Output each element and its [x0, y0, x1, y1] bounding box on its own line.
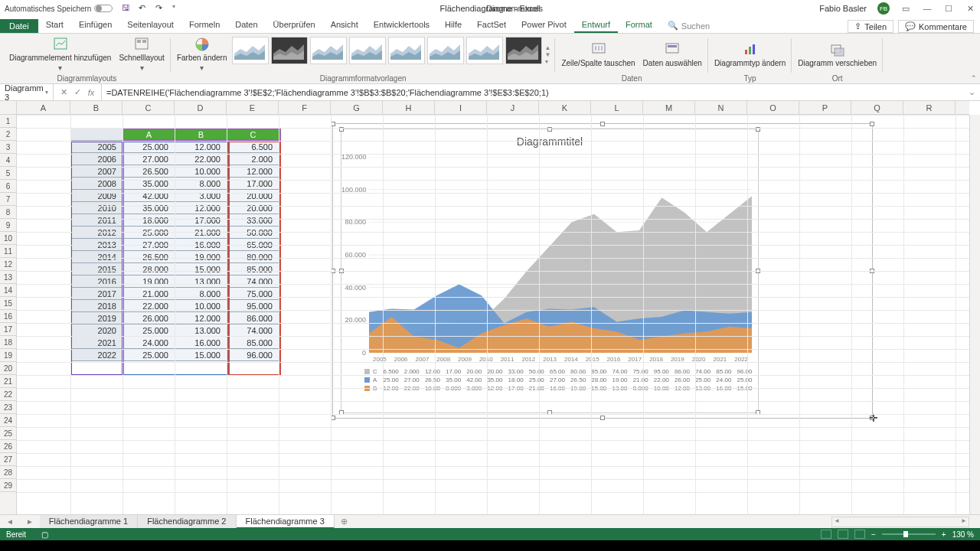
autosave-toggle[interactable]: Automatisches Speichern	[5, 5, 113, 13]
row-header[interactable]: 11	[0, 245, 16, 258]
col-header[interactable]: B	[70, 101, 122, 114]
select-data-button[interactable]: Daten auswählen	[640, 35, 705, 73]
resize-handle[interactable]	[870, 122, 874, 126]
save-icon[interactable]: 🖫	[122, 3, 132, 14]
move-chart-button[interactable]: Diagramm verschieben	[795, 35, 880, 73]
row-header[interactable]: 8	[0, 206, 16, 219]
row-header[interactable]: 14	[0, 284, 16, 297]
col-header[interactable]: F	[279, 101, 331, 114]
ribbon-display-icon[interactable]: ▭	[900, 3, 911, 14]
chart-style-thumb[interactable]	[349, 37, 386, 64]
change-colors-button[interactable]: Farben ändern▾	[174, 35, 230, 73]
col-header[interactable]: R	[903, 101, 956, 114]
row-header[interactable]: 28	[0, 466, 16, 479]
col-header[interactable]: E	[227, 101, 279, 114]
redo-icon[interactable]: ↷	[155, 3, 166, 14]
resize-handle[interactable]	[600, 416, 605, 420]
row-header[interactable]: 9	[0, 219, 16, 232]
zoom-slider[interactable]	[882, 533, 936, 535]
page-layout-view-icon[interactable]	[838, 530, 848, 539]
enter-formula-icon[interactable]: ✓	[72, 87, 83, 97]
cells-area[interactable]: ABC200525.00012.0006.500200627.00022.000…	[17, 115, 969, 517]
macro-record-icon[interactable]: ▢	[41, 530, 48, 539]
row-header[interactable]: 12	[0, 258, 16, 271]
horizontal-scrollbar[interactable]	[831, 517, 969, 527]
tab-daten[interactable]: Daten	[227, 18, 265, 33]
row-header[interactable]: 5	[0, 167, 16, 180]
search-box[interactable]: 🔍 Suchen	[660, 18, 717, 33]
user-avatar[interactable]: FB	[877, 2, 890, 15]
chart-style-thumb[interactable]	[427, 37, 464, 64]
vertical-scrollbar[interactable]	[969, 115, 980, 517]
close-icon[interactable]: ✕	[965, 3, 975, 14]
row-header[interactable]: 16	[0, 310, 16, 323]
tab-power pivot[interactable]: Power Pivot	[514, 18, 574, 33]
col-header[interactable]: M	[643, 101, 695, 114]
page-break-view-icon[interactable]	[854, 530, 865, 539]
chart-style-thumb[interactable]	[271, 37, 308, 64]
tab-format[interactable]: Format	[618, 18, 660, 33]
zoom-in-icon[interactable]: +	[942, 530, 946, 539]
zoom-out-icon[interactable]: −	[871, 530, 876, 539]
gallery-more-icon[interactable]: ▾	[545, 58, 551, 65]
chart-style-thumb[interactable]	[466, 37, 503, 64]
change-chart-type-button[interactable]: Diagrammtyp ändern	[711, 35, 789, 73]
row-header[interactable]: 13	[0, 271, 16, 284]
minimize-icon[interactable]: —	[922, 3, 933, 14]
row-header[interactable]: 3	[0, 141, 16, 154]
cancel-formula-icon[interactable]: ✕	[58, 87, 69, 97]
tab-start[interactable]: Start	[38, 18, 71, 33]
col-header[interactable]: L	[591, 101, 643, 114]
tab-file[interactable]: Datei	[0, 19, 38, 33]
row-header[interactable]: 20	[0, 362, 16, 375]
row-header[interactable]: 2	[0, 128, 16, 141]
sheet-tab[interactable]: Flächendiagramme 3	[237, 515, 335, 529]
tab-factset[interactable]: FactSet	[469, 18, 514, 33]
col-header[interactable]: I	[435, 101, 487, 114]
row-header[interactable]: 17	[0, 323, 16, 336]
row-header[interactable]: 24	[0, 414, 16, 427]
add-sheet-button[interactable]: ⊕	[335, 517, 354, 527]
row-header[interactable]: 18	[0, 336, 16, 349]
row-header[interactable]: 6	[0, 180, 16, 193]
qat-dropdown-icon[interactable]: ▾	[172, 3, 183, 14]
user-name[interactable]: Fabio Basler	[819, 4, 867, 13]
row-header[interactable]: 23	[0, 401, 16, 414]
comments-button[interactable]: 💬Kommentare	[898, 20, 974, 33]
sheet-nav-next-icon[interactable]: ►	[20, 517, 40, 526]
col-header[interactable]: N	[695, 101, 747, 114]
collapse-ribbon-icon[interactable]: ⌃	[971, 74, 977, 82]
expand-formula-icon[interactable]: ⌄	[964, 87, 980, 97]
row-header[interactable]: 27	[0, 453, 16, 466]
col-header[interactable]: C	[122, 101, 175, 114]
tab-entwicklertools[interactable]: Entwicklertools	[366, 18, 437, 33]
resize-handle[interactable]	[600, 122, 605, 126]
sheet-tab[interactable]: Flächendiagramme 2	[138, 515, 236, 529]
normal-view-icon[interactable]	[821, 530, 831, 539]
select-all-corner[interactable]	[0, 101, 17, 115]
row-header[interactable]: 29	[0, 479, 16, 492]
row-header[interactable]: 19	[0, 349, 16, 362]
row-header[interactable]: 22	[0, 388, 16, 401]
chart-style-thumb[interactable]	[310, 37, 347, 64]
col-header[interactable]: P	[799, 101, 851, 114]
row-header[interactable]: 21	[0, 375, 16, 388]
row-header[interactable]: 4	[0, 154, 16, 167]
row-header[interactable]: 15	[0, 297, 16, 310]
gallery-up-icon[interactable]: ▲	[545, 44, 551, 51]
col-header[interactable]: J	[487, 101, 539, 114]
tab-ansicht[interactable]: Ansicht	[323, 18, 366, 33]
col-header[interactable]: Q	[851, 101, 903, 114]
tab-überprüfen[interactable]: Überprüfen	[266, 18, 323, 33]
tab-entwurf[interactable]: Entwurf	[574, 18, 618, 33]
col-header[interactable]: K	[539, 101, 591, 114]
add-chart-element-button[interactable]: Diagrammelement hinzufügen▾	[6, 35, 114, 73]
col-header[interactable]: A	[17, 101, 70, 114]
share-button[interactable]: ⇪Teilen	[848, 20, 893, 33]
row-headers[interactable]: 1234567891011121314151617181920212223242…	[0, 115, 17, 517]
column-headers[interactable]: ABCDEFGHIJKLMNOPQR	[17, 101, 969, 115]
row-header[interactable]: 7	[0, 193, 16, 206]
chart-style-thumb[interactable]	[388, 37, 425, 64]
gallery-down-icon[interactable]: ▼	[545, 51, 551, 58]
formula-input[interactable]: =DATENREIHE('Flächendiagramme 3'!$E$2;'F…	[102, 88, 964, 97]
